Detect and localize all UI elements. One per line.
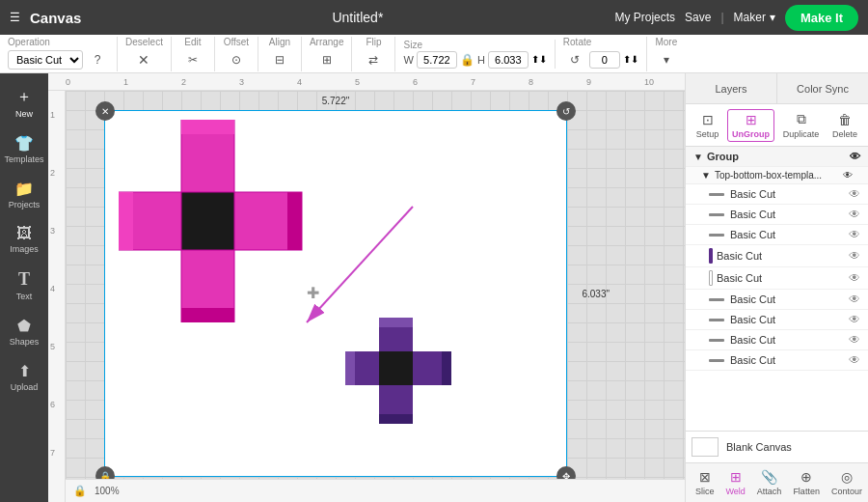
flatten-label: Flatten <box>793 487 820 496</box>
sidebar-item-projects[interactable]: 📁 Projects <box>2 174 46 215</box>
sidebar-item-upload[interactable]: ⬆ Upload <box>2 356 46 398</box>
ruler-7: 7 <box>471 77 475 87</box>
main-content: ＋ New 👕 Templates 📁 Projects 🖼 Images T … <box>0 73 868 502</box>
layer-item[interactable]: Basic Cut 👁 <box>686 225 868 245</box>
size-w-label: W <box>403 54 413 66</box>
ruler-5: 5 <box>355 77 360 87</box>
slice-button[interactable]: ⊠ Slice <box>690 467 720 498</box>
projects-icon: 📁 <box>14 180 34 198</box>
svg-rect-2 <box>181 192 234 250</box>
svg-rect-5 <box>181 120 234 134</box>
layer-eye-icon[interactable]: 👁 <box>849 293 860 306</box>
sidebar-label-shapes: Shapes <box>10 337 40 347</box>
slice-icon: ⊠ <box>699 469 711 485</box>
slice-label: Slice <box>695 487 715 496</box>
layer-item[interactable]: Basic Cut 👁 <box>686 267 868 290</box>
layer-item[interactable]: Basic Cut 👁 <box>686 310 868 330</box>
right-panel: Layers Color Sync ⊡ Setup ⊞ UnGroup ⧉ Du… <box>685 73 868 502</box>
more-button[interactable]: ▾ <box>655 48 678 71</box>
layer-eye-icon[interactable]: 👁 <box>849 208 860 221</box>
layer-name: Basic Cut <box>730 209 845 220</box>
sidebar-item-new[interactable]: ＋ New <box>2 81 46 125</box>
tab-color-sync[interactable]: Color Sync <box>777 73 868 103</box>
layer-item[interactable]: Basic Cut 👁 <box>686 350 868 371</box>
group-eye-icon[interactable]: 👁 <box>850 151 860 162</box>
sidebar-label-images: Images <box>10 244 39 254</box>
app-title: Canvas <box>30 10 81 26</box>
group-header[interactable]: ▼ Group 👁 <box>686 147 868 167</box>
size-h-label: H <box>477 54 485 66</box>
attach-button[interactable]: 📎 Attach <box>751 467 788 498</box>
ruler-left-7: 7 <box>50 448 55 458</box>
subgroup-eye-icon[interactable]: 👁 <box>843 170 853 181</box>
edit-button[interactable]: ✂ <box>179 48 206 71</box>
ruler-top: 0 1 2 3 4 5 6 7 8 9 10 11 <box>48 73 685 91</box>
layer-item[interactable]: Basic Cut 👁 <box>686 205 868 225</box>
layer-eye-icon[interactable]: 👁 <box>849 228 860 241</box>
layer-item[interactable]: Basic Cut 👁 <box>686 330 868 350</box>
flatten-button[interactable]: ⊕ Flatten <box>787 467 826 498</box>
setup-button[interactable]: ⊡ Setup <box>692 109 724 142</box>
menu-icon[interactable]: ☰ <box>10 11 20 24</box>
subgroup-header[interactable]: ▼ Top-bottom-box-templa... 👁 <box>686 167 868 184</box>
layer-name: Basic Cut <box>717 250 845 262</box>
layer-eye-icon[interactable]: 👁 <box>849 313 860 326</box>
layer-item[interactable]: Basic Cut 👁 <box>686 184 868 205</box>
lock-size-icon[interactable]: 🔒 <box>460 53 475 67</box>
offset-button[interactable]: ⊙ <box>223 48 250 71</box>
weld-label: Weld <box>726 487 746 496</box>
align-button[interactable]: ⊟ <box>266 48 293 71</box>
layer-eye-icon[interactable]: 👁 <box>849 249 860 263</box>
contour-button[interactable]: ◎ Contour <box>826 467 868 498</box>
zoom-level: 100% <box>95 486 120 496</box>
operation-help-button[interactable]: ? <box>86 48 109 71</box>
rotate-input[interactable] <box>589 51 620 69</box>
delete-button[interactable]: 🗑 Delete <box>827 109 862 142</box>
sidebar-label-templates: Templates <box>4 154 43 164</box>
layer-item[interactable]: Basic Cut 👁 <box>686 245 868 267</box>
size-h-input[interactable] <box>488 51 529 69</box>
layer-color-swatch <box>709 339 724 342</box>
ruler-8: 8 <box>529 77 533 87</box>
templates-icon: 👕 <box>14 134 34 153</box>
my-projects-link[interactable]: My Projects <box>614 11 675 24</box>
layer-eye-icon[interactable]: 👁 <box>849 333 860 347</box>
sidebar-item-templates[interactable]: 👕 Templates <box>2 128 46 170</box>
layer-eye-icon[interactable]: 👁 <box>849 353 860 367</box>
layer-item[interactable]: Basic Cut 👁 <box>686 290 868 310</box>
toolbar: Operation Basic Cut ? Deselect ✕ Edit ✂ … <box>0 35 868 73</box>
tab-layers[interactable]: Layers <box>686 73 777 103</box>
size-w-input[interactable] <box>417 51 457 69</box>
layer-color-swatch <box>709 319 724 321</box>
duplicate-icon: ⧉ <box>797 111 806 127</box>
svg-rect-12 <box>379 318 413 327</box>
canvas-viewport[interactable]: ✕ ↺ 🔒 ✥ 5.722" 6.033" <box>66 91 685 502</box>
sidebar-item-images[interactable]: 🖼 Images <box>2 219 46 260</box>
maker-button[interactable]: Maker ▾ <box>734 11 775 24</box>
arrange-group: Arrange ⊞ <box>310 37 353 71</box>
layer-eye-icon[interactable]: 👁 <box>849 187 860 201</box>
ungroup-button[interactable]: ⊞ UnGroup <box>727 109 774 142</box>
sidebar-item-text[interactable]: T Text <box>2 264 46 307</box>
duplicate-button[interactable]: ⧉ Duplicate <box>778 108 825 142</box>
arrange-label: Arrange <box>310 37 344 47</box>
crosshair-icon: ✚ <box>307 284 319 302</box>
save-button[interactable]: Save <box>685 11 711 24</box>
sidebar-label-upload: Upload <box>11 382 39 392</box>
deselect-button[interactable]: ✕ <box>130 48 157 71</box>
group-label: Group <box>707 151 739 162</box>
sidebar-label-projects: Projects <box>9 200 41 209</box>
weld-button[interactable]: ⊞ Weld <box>720 467 751 498</box>
layer-eye-icon[interactable]: 👁 <box>849 271 860 285</box>
layer-color-swatch <box>709 359 724 362</box>
rotate-reset-button[interactable]: ↺ <box>563 48 586 71</box>
flip-button[interactable]: ⇄ <box>360 48 387 71</box>
arrange-button[interactable]: ⊞ <box>313 48 340 71</box>
canvas-content: 1 2 3 4 5 6 7 ✕ ↺ 🔒 ✥ 5.722" <box>48 91 685 502</box>
ruler-6: 6 <box>413 77 418 87</box>
sidebar-item-shapes[interactable]: ⬟ Shapes <box>2 311 46 352</box>
nav-divider: | <box>720 11 723 24</box>
make-it-button[interactable]: Make It <box>785 5 858 31</box>
ruler-0: 0 <box>66 77 70 87</box>
operation-select[interactable]: Basic Cut <box>8 50 83 70</box>
